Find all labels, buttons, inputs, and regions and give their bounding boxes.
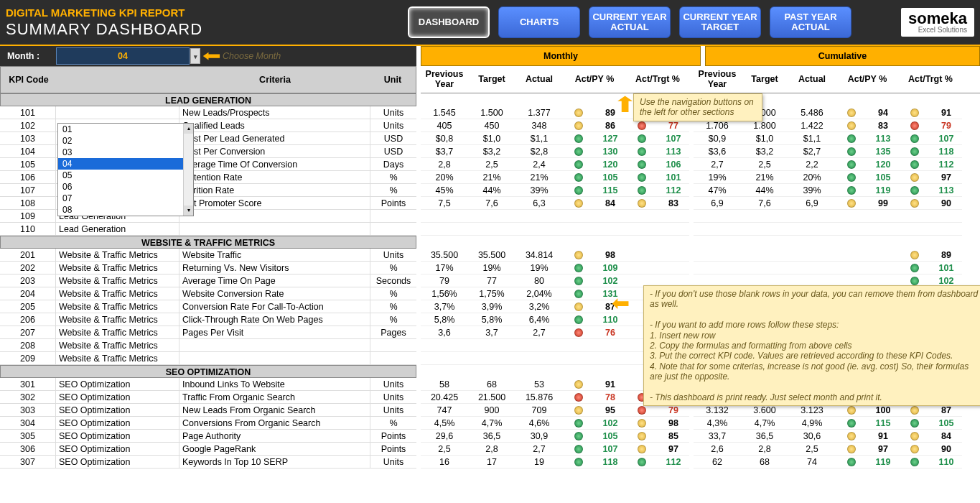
- status-indicator: [574, 109, 583, 117]
- right-header-row: Previous Year Target Actual Act/PY % Act…: [421, 66, 980, 93]
- table-row: 305 SEO Optimization Page Authority Poin…: [0, 430, 416, 443]
- data-row: [421, 210, 980, 223]
- status-indicator: [574, 315, 583, 324]
- month-option[interactable]: 01: [58, 124, 193, 135]
- col-kpi-code: KPI Code: [1, 75, 57, 85]
- status-indicator: [910, 109, 919, 117]
- left-panel: Month : 04 ▾ ⬅ Choose Month KPI Code Cri…: [0, 46, 421, 469]
- table-row: 206 Website & Traffic Metrics Click-Thro…: [0, 313, 416, 326]
- choose-month-hint: Choose Month: [223, 51, 281, 61]
- status-indicator: [638, 458, 646, 466]
- month-option[interactable]: 05: [58, 170, 193, 181]
- status-indicator: [574, 419, 583, 428]
- status-indicator: [574, 160, 583, 169]
- charts-button[interactable]: CHARTS: [498, 6, 580, 38]
- status-indicator: [847, 445, 856, 453]
- status-indicator: [847, 432, 856, 440]
- month-option[interactable]: 04: [58, 158, 193, 170]
- status-indicator: [910, 458, 919, 466]
- month-dropdown[interactable]: ▴▾ 0102030405060708: [57, 123, 194, 216]
- status-indicator: [847, 134, 856, 143]
- status-indicator: [910, 173, 919, 182]
- status-indicator: [847, 199, 856, 208]
- status-indicator: [574, 121, 583, 130]
- data-row: 2,8 2,5 2,4 120 106 2,7 2,5 2,2 120 112: [421, 158, 980, 171]
- arrow-left-icon: ⬅: [612, 290, 630, 315]
- current-year-target-button[interactable]: CURRENT YEAR TARGET: [679, 6, 761, 38]
- data-row: $3,7 $3,2 $2,8 130 113 $3,6 $3,2 $2,7 13…: [421, 145, 980, 158]
- past-year-actual-button[interactable]: PAST YEAR ACTUAL: [770, 6, 851, 38]
- month-option[interactable]: 02: [58, 135, 193, 147]
- status-indicator: [910, 186, 919, 195]
- month-option[interactable]: 06: [58, 181, 193, 193]
- status-indicator: [910, 264, 919, 272]
- data-row: 35.500 35.500 34.814 98 89: [421, 249, 980, 262]
- status-indicator: [574, 186, 583, 195]
- dashboard-button[interactable]: DASHBOARD: [408, 6, 490, 38]
- status-indicator: [638, 419, 646, 428]
- status-indicator: [910, 432, 919, 440]
- scroll-down-icon[interactable]: ▾: [184, 206, 193, 216]
- month-option[interactable]: 07: [58, 193, 193, 204]
- status-indicator: [847, 186, 856, 195]
- month-option[interactable]: 08: [58, 204, 193, 216]
- status-indicator: [910, 160, 919, 169]
- status-indicator: [847, 109, 856, 117]
- table-row: 204 Website & Traffic Metrics Website Co…: [0, 287, 416, 300]
- table-row: 306 SEO Optimization Google PageRank Poi…: [0, 443, 416, 456]
- status-indicator: [574, 458, 583, 466]
- data-row: 20% 21% 21% 105 101 19% 21% 20% 105 97: [421, 171, 980, 184]
- status-indicator: [574, 173, 583, 182]
- status-indicator: [574, 328, 583, 337]
- table-row: 101 New Leads/Prospects Units: [0, 106, 416, 119]
- status-indicator: [638, 186, 646, 195]
- table-row: 201 Website & Traffic Metrics Website Tr…: [0, 249, 416, 262]
- note-navigation: Use the navigation buttons on the left f…: [633, 93, 762, 121]
- status-indicator: [847, 458, 856, 466]
- status-indicator: [574, 406, 583, 415]
- status-indicator: [638, 173, 646, 182]
- table-row: 110 Lead Generation: [0, 223, 416, 236]
- col-criteria: Criteria: [180, 75, 370, 85]
- section-header: LEAD GENERATION: [0, 93, 416, 106]
- current-year-actual-button[interactable]: CURRENT YEAR ACTUAL: [589, 6, 671, 38]
- header: DIGITAL MARKETING KPI REPORT SUMMARY DAS…: [0, 0, 980, 46]
- status-indicator: [574, 199, 583, 208]
- table-row: 205 Website & Traffic Metrics Conversion…: [0, 300, 416, 313]
- data-row: [421, 223, 980, 236]
- data-row: 45% 44% 39% 115 112 47% 44% 39% 119 113: [421, 184, 980, 197]
- status-indicator: [574, 277, 583, 285]
- left-header-row: KPI Code Criteria Unit: [0, 66, 416, 93]
- status-indicator: [847, 147, 856, 156]
- status-indicator: [574, 290, 583, 298]
- status-indicator: [910, 199, 919, 208]
- month-select[interactable]: 04 ▾: [56, 47, 190, 65]
- section-header: SEO OPTIMIZATION: [0, 365, 416, 378]
- status-indicator: [638, 445, 646, 453]
- status-indicator: [910, 121, 919, 130]
- scroll-up-icon[interactable]: ▴: [184, 124, 193, 134]
- table-row: 209 Website & Traffic Metrics: [0, 352, 416, 365]
- data-row: 2,5 2,8 2,7 107 97 2,6 2,8 2,5 97 90: [421, 443, 980, 456]
- dash-title: SUMMARY DASHBOARD: [6, 20, 408, 39]
- status-indicator: [574, 393, 583, 402]
- status-indicator: [638, 160, 646, 169]
- status-indicator: [847, 406, 856, 415]
- month-option[interactable]: 03: [58, 147, 193, 158]
- status-indicator: [574, 445, 583, 453]
- status-indicator: [638, 147, 646, 156]
- table-row: 208 Website & Traffic Metrics: [0, 339, 416, 352]
- status-indicator: [574, 303, 583, 311]
- chevron-down-icon[interactable]: ▾: [190, 48, 200, 64]
- status-indicator: [910, 147, 919, 156]
- status-indicator: [910, 419, 919, 428]
- table-row: 303 SEO Optimization New Leads From Orga…: [0, 404, 416, 417]
- section-header: WEBSITE & TRAFFIC METRICS: [0, 236, 416, 249]
- status-indicator: [638, 199, 646, 208]
- status-indicator: [847, 160, 856, 169]
- col-unit: Unit: [370, 75, 416, 85]
- status-indicator: [638, 406, 646, 415]
- group-monthly: Monthly: [421, 46, 701, 66]
- status-indicator: [574, 251, 583, 259]
- data-row: 29,6 36,5 30,9 105 85 33,7 36,5 30,6 91 …: [421, 430, 980, 443]
